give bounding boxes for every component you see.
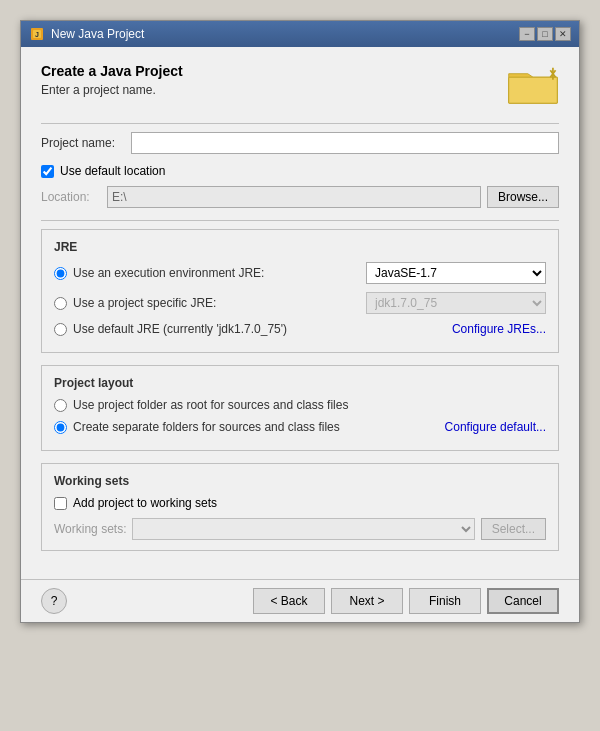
jre-option1-label: Use an execution environment JRE:: [73, 266, 360, 280]
add-to-working-sets-checkbox[interactable]: [54, 497, 67, 510]
svg-text:J: J: [35, 31, 39, 38]
jre-option2-radio[interactable]: [54, 297, 67, 310]
restore-button[interactable]: □: [537, 27, 553, 41]
project-layout-label: Project layout: [54, 376, 546, 390]
default-location-label: Use default location: [60, 164, 165, 178]
project-name-input[interactable]: [131, 132, 559, 154]
add-to-working-sets-row: Add project to working sets: [54, 496, 546, 510]
default-location-row: Use default location: [41, 164, 559, 178]
dialog-window: J New Java Project − □ ✕ Create a Java P…: [20, 20, 580, 623]
layout-option2-label: Create separate folders for sources and …: [73, 420, 340, 434]
jre-option1-row: Use an execution environment JRE: JavaSE…: [54, 262, 546, 284]
jre-option2-label: Use a project specific JRE:: [73, 296, 360, 310]
jre-section-label: JRE: [54, 240, 546, 254]
project-layout-section: Project layout Use project folder as roo…: [41, 365, 559, 451]
configure-default-link[interactable]: Configure default...: [445, 420, 546, 434]
default-location-checkbox[interactable]: [41, 165, 54, 178]
title-bar-left: J New Java Project: [29, 26, 144, 42]
jre-option3-row: Use default JRE (currently 'jdk1.7.0_75'…: [54, 322, 546, 336]
dialog-title: Create a Java Project: [41, 63, 183, 79]
button-bar-right: < Back Next > Finish Cancel: [253, 588, 559, 614]
jre-environment-select[interactable]: JavaSE-1.7 JavaSE-1.6 JavaSE-1.8: [366, 262, 546, 284]
project-name-label: Project name:: [41, 136, 131, 150]
working-sets-section: Working sets Add project to working sets…: [41, 463, 559, 551]
layout-option1-row: Use project folder as root for sources a…: [54, 398, 546, 412]
working-sets-label: Working sets:: [54, 522, 126, 536]
title-bar-controls: − □ ✕: [519, 27, 571, 41]
working-sets-section-label: Working sets: [54, 474, 546, 488]
header-divider: [41, 123, 559, 124]
jre-option3-label: Use default JRE (currently 'jdk1.7.0_75'…: [73, 322, 287, 336]
jre-option1-radio[interactable]: [54, 267, 67, 280]
svg-rect-4: [509, 77, 558, 103]
title-bar-icon: J: [29, 26, 45, 42]
layout-option2-row: Create separate folders for sources and …: [54, 420, 546, 434]
title-bar-title: New Java Project: [51, 27, 144, 41]
jre-option3-radio[interactable]: [54, 323, 67, 336]
dialog-subtitle: Enter a project name.: [41, 83, 183, 97]
working-sets-input-row: Working sets: Select...: [54, 518, 546, 540]
back-button[interactable]: < Back: [253, 588, 325, 614]
browse-button[interactable]: Browse...: [487, 186, 559, 208]
add-to-working-sets-label: Add project to working sets: [73, 496, 217, 510]
button-bar: ? < Back Next > Finish Cancel: [21, 579, 579, 622]
location-row: Location: Browse...: [41, 186, 559, 208]
location-input[interactable]: [107, 186, 481, 208]
finish-button[interactable]: Finish: [409, 588, 481, 614]
working-sets-select-button[interactable]: Select...: [481, 518, 546, 540]
configure-jres-link[interactable]: Configure JREs...: [452, 322, 546, 336]
next-button[interactable]: Next >: [331, 588, 403, 614]
header-section: Create a Java Project Enter a project na…: [41, 63, 559, 107]
title-bar: J New Java Project − □ ✕: [21, 21, 579, 47]
header-text: Create a Java Project Enter a project na…: [41, 63, 183, 97]
jre-specific-select[interactable]: jdk1.7.0_75: [366, 292, 546, 314]
layout-option1-label: Use project folder as root for sources a…: [73, 398, 546, 412]
close-button[interactable]: ✕: [555, 27, 571, 41]
folder-icon: [507, 63, 559, 107]
working-sets-select[interactable]: [132, 518, 474, 540]
jre-option2-row: Use a project specific JRE: jdk1.7.0_75: [54, 292, 546, 314]
jre-divider: [41, 220, 559, 221]
help-button[interactable]: ?: [41, 588, 67, 614]
dialog-content: Create a Java Project Enter a project na…: [21, 47, 579, 579]
location-label: Location:: [41, 190, 101, 204]
cancel-button[interactable]: Cancel: [487, 588, 559, 614]
layout-option2-radio[interactable]: [54, 421, 67, 434]
layout-option2-left: Create separate folders for sources and …: [54, 420, 340, 434]
project-name-row: Project name:: [41, 132, 559, 154]
jre-option3-left: Use default JRE (currently 'jdk1.7.0_75'…: [54, 322, 287, 336]
minimize-button[interactable]: −: [519, 27, 535, 41]
jre-section: JRE Use an execution environment JRE: Ja…: [41, 229, 559, 353]
layout-option1-radio[interactable]: [54, 399, 67, 412]
